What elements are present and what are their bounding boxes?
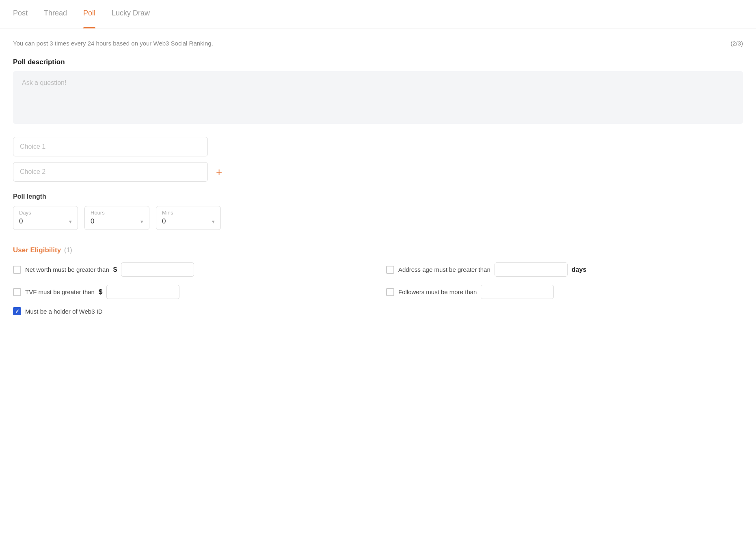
- tab-post[interactable]: Post: [13, 0, 28, 28]
- days-dropdown[interactable]: Days 0 ▾ 01234567: [13, 206, 78, 230]
- user-eligibility-section: User Eligibility (1) Net worth must be g…: [13, 246, 743, 315]
- tvf-dollar-icon: $: [99, 288, 102, 296]
- tvf-label: TVF must be greater than: [25, 288, 95, 295]
- eligibility-row-1: Net worth must be greater than $ Address…: [13, 262, 743, 277]
- address-age-label: Address age must be greater than: [398, 266, 490, 273]
- tvf-item: TVF must be greater than $: [13, 285, 370, 299]
- followers-input[interactable]: [481, 285, 554, 299]
- eligibility-grid: Net worth must be greater than $ Address…: [13, 262, 743, 315]
- eligibility-row-3: Must be a holder of Web3 ID: [13, 307, 743, 315]
- poll-length-dropdowns: Days 0 ▾ 01234567 Hours 0 ▾ 01261223 Min…: [13, 206, 743, 230]
- tab-list: Post Thread Poll Lucky Draw: [13, 0, 150, 28]
- address-age-item: Address age must be greater than days: [386, 262, 743, 277]
- hours-dropdown[interactable]: Hours 0 ▾ 01261223: [84, 206, 149, 230]
- choices-section: +: [13, 137, 743, 182]
- tvf-input[interactable]: [106, 285, 179, 299]
- days-suffix-label: days: [572, 266, 586, 273]
- address-age-input[interactable]: [495, 262, 568, 277]
- tvf-checkbox[interactable]: [13, 288, 21, 296]
- main-content: You can post 3 times every 24 hours base…: [0, 28, 756, 559]
- net-worth-label: Net worth must be greater than: [25, 266, 109, 273]
- net-worth-input[interactable]: [121, 262, 194, 277]
- choice-2-input[interactable]: [13, 162, 208, 182]
- net-worth-checkbox[interactable]: [13, 266, 21, 274]
- choice-1-input[interactable]: [13, 137, 208, 156]
- net-worth-item: Net worth must be greater than $: [13, 262, 370, 277]
- post-limit-message: You can post 3 times every 24 hours base…: [13, 40, 213, 47]
- followers-checkbox[interactable]: [386, 288, 394, 296]
- web3id-item: Must be a holder of Web3 ID: [13, 307, 103, 315]
- poll-description-label: Poll description: [13, 58, 743, 66]
- choice-1-row: [13, 137, 743, 156]
- net-worth-dollar-icon: $: [113, 266, 117, 274]
- post-counter: (2/3): [730, 40, 743, 47]
- web3id-checkbox[interactable]: [13, 307, 21, 315]
- tab-lucky-draw[interactable]: Lucky Draw: [112, 0, 150, 28]
- followers-label: Followers must be more than: [398, 288, 477, 295]
- eligibility-title: User Eligibility (1): [13, 246, 743, 254]
- web3id-label: Must be a holder of Web3 ID: [25, 308, 103, 315]
- followers-item: Followers must be more than: [386, 285, 743, 299]
- tab-thread[interactable]: Thread: [44, 0, 67, 28]
- address-age-checkbox[interactable]: [386, 266, 394, 274]
- tab-poll[interactable]: Poll: [83, 0, 95, 28]
- poll-description-input[interactable]: [13, 71, 743, 124]
- poll-length-label: Poll length: [13, 193, 743, 200]
- add-choice-button[interactable]: +: [214, 167, 225, 177]
- eligibility-count: (1): [64, 247, 72, 254]
- info-bar: You can post 3 times every 24 hours base…: [13, 40, 743, 47]
- mins-dropdown[interactable]: Mins 0 ▾ 0153045: [156, 206, 221, 230]
- eligibility-row-2: TVF must be greater than $ Followers mus…: [13, 285, 743, 299]
- choice-2-row: +: [13, 162, 743, 182]
- top-navigation: Post Thread Poll Lucky Draw: [0, 0, 756, 28]
